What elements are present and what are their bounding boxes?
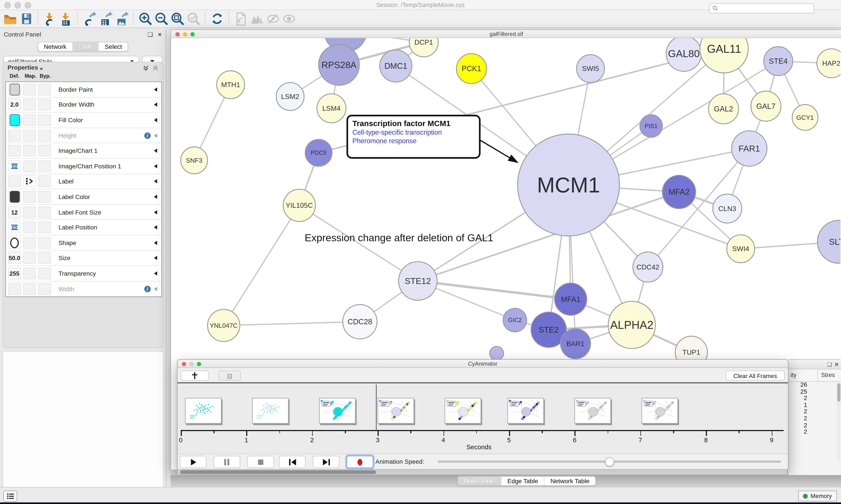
bypass-cell[interactable]	[38, 206, 51, 218]
table-cell-value[interactable]: 2	[788, 395, 807, 401]
prev-frame-button[interactable]	[279, 456, 305, 468]
annotation-link[interactable]: Pheromone response	[352, 137, 475, 145]
table-column-header[interactable]: Stres	[821, 372, 835, 378]
default-value-cell[interactable]	[8, 221, 21, 233]
property-row-label-position[interactable]: Label Position	[6, 220, 161, 235]
default-value-cell[interactable]	[8, 191, 21, 203]
refresh-layout-icon[interactable]	[209, 12, 225, 26]
default-value-cell[interactable]	[8, 283, 21, 295]
default-value-cell[interactable]: 50.0	[8, 252, 21, 264]
mapping-cell[interactable]	[23, 206, 36, 218]
expand-property-icon[interactable]	[154, 287, 157, 291]
default-value-cell[interactable]: 255	[8, 268, 21, 280]
default-value-cell[interactable]	[8, 145, 21, 157]
frame-thumbnail-6[interactable]	[574, 398, 611, 424]
tab-style[interactable]: Style	[72, 42, 99, 51]
zoom-in-icon[interactable]	[137, 12, 153, 26]
zoom-out-icon[interactable]	[153, 12, 169, 26]
mapping-cell[interactable]	[23, 176, 36, 187]
bypass-cell[interactable]	[38, 221, 51, 233]
add-frame-button[interactable]	[181, 371, 209, 381]
scrollbar-thumb[interactable]	[837, 383, 840, 401]
pause-button[interactable]	[214, 456, 240, 468]
close-panel-icon[interactable]: ✕	[835, 361, 839, 367]
play-button[interactable]	[180, 456, 206, 468]
property-row-border-width[interactable]: 2.0Border Width	[6, 97, 161, 113]
memory-button[interactable]: Memory	[798, 491, 837, 501]
mapping-cell[interactable]	[23, 283, 36, 295]
table-horizontal-scrollbar[interactable]	[177, 469, 787, 475]
table-cell-value[interactable]: 2	[788, 415, 807, 422]
expand-property-icon[interactable]	[154, 87, 157, 92]
table-column-header[interactable]: ity	[791, 372, 797, 378]
bypass-cell[interactable]	[38, 99, 51, 111]
mapping-cell[interactable]	[23, 99, 36, 111]
property-row-height[interactable]: Heighti	[6, 128, 161, 143]
import-network-icon[interactable]	[42, 12, 58, 26]
default-value-cell[interactable]	[8, 176, 21, 187]
record-button[interactable]	[346, 456, 373, 468]
property-row-transparency[interactable]: 255Transparency	[6, 266, 161, 281]
property-row-size[interactable]: 50.0Size	[6, 251, 161, 266]
cyanimator-title-bar[interactable]: CyAnimator	[178, 360, 788, 368]
default-value-cell[interactable]	[8, 160, 21, 172]
tab-edge-table[interactable]: Edge Table	[501, 476, 544, 485]
tab-network-table[interactable]: Network Table	[544, 476, 595, 485]
mapping-cell[interactable]	[23, 191, 36, 203]
bypass-cell[interactable]	[38, 191, 51, 203]
tab-select[interactable]: Select	[99, 42, 128, 51]
info-icon[interactable]: i	[144, 132, 151, 139]
bypass-cell[interactable]	[38, 160, 51, 172]
table-cell-value[interactable]: 2	[788, 408, 807, 415]
property-row-border-paint[interactable]: Border Paint	[6, 82, 161, 97]
frame-thumbnail-0[interactable]	[185, 398, 222, 424]
expand-property-icon[interactable]	[154, 256, 157, 260]
timeline-playhead[interactable]	[376, 384, 377, 430]
animation-speed-slider[interactable]	[437, 461, 781, 463]
frame-thumbnail-1[interactable]	[252, 398, 289, 424]
close-panel-icon[interactable]: ×	[158, 32, 161, 37]
zoom-selected-icon[interactable]	[185, 12, 201, 26]
mapping-cell[interactable]	[23, 145, 36, 157]
export-image-icon[interactable]	[114, 12, 130, 26]
table-scrollbar[interactable]	[837, 382, 840, 463]
expand-property-icon[interactable]	[154, 164, 157, 168]
bypass-cell[interactable]	[38, 252, 51, 264]
default-value-cell[interactable]	[8, 130, 21, 141]
mapping-cell[interactable]	[23, 160, 36, 172]
property-row-image-chart-1[interactable]: Image/Chart 1	[6, 143, 161, 159]
tab-node-table[interactable]: Node Table	[458, 476, 501, 485]
frame-thumbnail-4[interactable]	[445, 398, 481, 424]
frame-thumbnail-3[interactable]	[378, 398, 414, 424]
property-row-shape[interactable]: Shape	[6, 235, 161, 251]
edge-YIL105C-YNL047C[interactable]	[223, 205, 299, 326]
property-row-label-font-size[interactable]: 12Label Font Size	[6, 205, 161, 220]
bypass-cell[interactable]	[38, 237, 51, 249]
mapping-cell[interactable]	[23, 268, 36, 280]
save-session-icon[interactable]	[18, 12, 34, 26]
float-panel-icon[interactable]: ❏	[827, 361, 832, 367]
property-row-image-chart-position-1[interactable]: Image/Chart Position 1	[6, 159, 161, 174]
table-cell-value[interactable]: 2	[788, 422, 807, 429]
open-session-icon[interactable]	[2, 12, 18, 26]
table-cell-value[interactable]: 26	[788, 381, 807, 388]
hide-selected-icon[interactable]	[265, 12, 281, 26]
mapping-cell[interactable]	[23, 252, 36, 264]
search-field[interactable]	[709, 3, 814, 14]
annotation-box[interactable]: Transcription factor MCM1 Cell-type-spec…	[346, 115, 481, 159]
expand-property-icon[interactable]	[154, 149, 157, 153]
show-panels-button[interactable]	[3, 491, 17, 502]
bypass-cell[interactable]	[38, 84, 51, 95]
expand-property-icon[interactable]	[154, 103, 157, 107]
tab-network[interactable]: Network	[38, 42, 72, 51]
info-icon[interactable]: i	[144, 286, 151, 292]
expand-property-icon[interactable]	[154, 195, 157, 199]
collapse-all-icon[interactable]	[153, 65, 159, 71]
frame-thumbnail-5[interactable]	[507, 398, 544, 424]
group-nodes-icon[interactable]	[249, 12, 265, 26]
expand-property-icon[interactable]	[154, 179, 157, 184]
expand-all-icon[interactable]	[143, 65, 149, 71]
properties-header[interactable]: Properties	[7, 65, 38, 71]
import-table-icon[interactable]	[58, 12, 74, 26]
mapping-cell[interactable]	[23, 84, 36, 95]
